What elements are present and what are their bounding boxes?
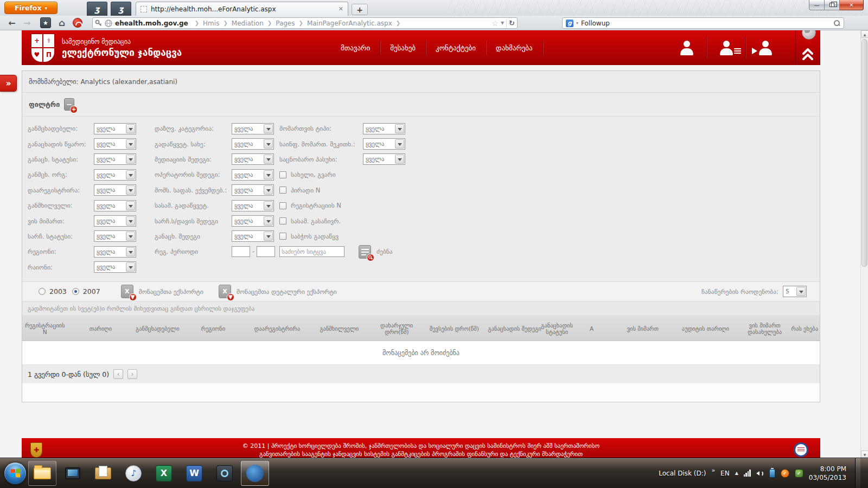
bookmarks-icon[interactable]: ★	[40, 17, 51, 28]
globe-icon[interactable]	[802, 30, 816, 40]
restore-button[interactable]	[825, 0, 840, 10]
logout-icon-button[interactable]	[745, 37, 784, 59]
export-label[interactable]: მონაცემთა ექსპორტი	[139, 288, 203, 296]
url-bar[interactable]: ehealth.moh.gov.ge HmisMediationPagesMai…	[92, 17, 518, 29]
sync-app-icon[interactable]: ✓	[781, 469, 789, 478]
show-desktop-button[interactable]	[855, 458, 860, 488]
filter-select[interactable]: ყველა	[232, 230, 274, 242]
tray-disk-label[interactable]: Local Disk (D:)	[659, 470, 706, 477]
scrollbar-thumb[interactable]	[861, 39, 867, 267]
grid-column-header[interactable]: განმცხადებელი	[133, 316, 181, 341]
filter-collapse-button[interactable]: − +	[64, 98, 74, 111]
filter-add-badge[interactable]: +	[70, 106, 78, 113]
grid-column-header[interactable]: განმხილველი	[309, 316, 369, 341]
keyword-search-input[interactable]	[279, 246, 344, 257]
grid-column-header[interactable]: განაცხადის სტატუსი	[545, 316, 569, 341]
google-icon[interactable]: g	[566, 20, 573, 27]
grid-column-header[interactable]: შევსების დრო(წმ)	[424, 316, 484, 341]
user-list-icon-button[interactable]	[706, 37, 745, 59]
select-arrow-icon[interactable]	[264, 232, 273, 241]
forward-button[interactable]: →	[21, 18, 34, 28]
tray-language[interactable]: EN	[720, 470, 730, 477]
pinned-tab-1[interactable]: ʒ	[87, 2, 107, 16]
breadcrumb-item[interactable]: MainPageForAnalytic.aspx	[295, 20, 392, 27]
select-arrow-icon[interactable]	[126, 232, 135, 241]
filter-select[interactable]: ყველა	[94, 169, 136, 181]
collapse-chevrons-icon[interactable]	[802, 48, 814, 61]
filter-select[interactable]: ყველა	[94, 230, 136, 242]
select-arrow-icon[interactable]	[796, 287, 806, 296]
export-detail-button[interactable]: X ▼ მონაცემთა დეტალური ექსპორტი	[219, 285, 337, 298]
tab-close-icon[interactable]: ✕	[339, 5, 343, 12]
scroll-down-icon[interactable]: ▼	[861, 451, 868, 458]
select-arrow-icon[interactable]	[264, 155, 273, 164]
network-signal-icon[interactable]	[744, 470, 751, 477]
select-arrow-icon[interactable]	[126, 170, 135, 179]
messenger-app-icon[interactable]: ✓	[795, 469, 803, 478]
filter-select[interactable]: ყველა	[232, 153, 274, 165]
filter-select[interactable]: ყველა	[232, 169, 274, 181]
filter-select[interactable]: ყველა	[232, 215, 274, 227]
grid-column-header[interactable]: ვის მიმართ დასახელება	[740, 316, 790, 341]
user-icon-button[interactable]	[667, 37, 706, 59]
filter-select[interactable]: ყველა	[94, 184, 136, 196]
records-count-select[interactable]: 5	[783, 286, 807, 297]
select-arrow-icon[interactable]	[126, 201, 135, 210]
radio-2003[interactable]	[39, 288, 46, 295]
grid-column-header[interactable]: რეგიონი	[181, 316, 245, 341]
radio-2007[interactable]	[72, 288, 79, 295]
filter-select[interactable]: ყველა	[232, 184, 274, 196]
tray-overflow-icon[interactable]: »	[711, 467, 715, 474]
breadcrumb-item[interactable]: Pages	[264, 20, 295, 27]
checkbox[interactable]	[279, 202, 286, 209]
select-arrow-icon[interactable]	[395, 155, 404, 164]
select-arrow-icon[interactable]	[264, 216, 273, 226]
grid-column-header[interactable]: თარიღი	[67, 316, 133, 341]
taskbar-icon-computer[interactable]	[59, 461, 87, 486]
select-arrow-icon[interactable]	[126, 155, 135, 164]
reload-icon[interactable]: ↻	[509, 19, 515, 27]
checkbox[interactable]	[279, 187, 286, 194]
breadcrumb-item[interactable]: Hmis	[191, 20, 220, 27]
grid-column-header[interactable]: რეგისტრაციის N	[22, 316, 67, 341]
filter-select[interactable]: ყველა	[363, 153, 405, 165]
select-arrow-icon[interactable]	[395, 124, 404, 133]
filter-select[interactable]: ყველა	[232, 123, 274, 134]
period-from-input[interactable]	[232, 246, 250, 257]
filter-select[interactable]: ყველა	[363, 138, 405, 150]
grid-column-header[interactable]: ვის მიმართ	[614, 316, 671, 341]
identity-key-icon[interactable]	[95, 20, 102, 27]
scroll-up-icon[interactable]: ▲	[861, 30, 868, 38]
filter-select[interactable]: ყველა	[94, 123, 136, 134]
pinned-tab-2[interactable]: ʒ	[111, 2, 131, 16]
new-tab-button[interactable]: +	[352, 4, 368, 15]
filter-select[interactable]: ყველა	[94, 153, 136, 165]
taskbar-icon-excel[interactable]: X	[150, 461, 178, 486]
battery-icon[interactable]	[769, 469, 775, 478]
home-icon[interactable]: ⌂	[55, 17, 68, 28]
select-arrow-icon[interactable]	[126, 216, 135, 226]
taskbar-icon-documents[interactable]	[89, 461, 117, 486]
active-tab[interactable]: http://ehealth.moh...eForAnalytic.aspx ✕	[136, 2, 348, 16]
pager-next-button[interactable]: ›	[127, 369, 137, 379]
start-button[interactable]	[4, 463, 26, 484]
firefox-menu-button[interactable]: Firefox ▾	[4, 2, 58, 14]
taskbar-icon-firefox[interactable]	[241, 461, 269, 486]
taskbar-icon-word[interactable]: W	[180, 461, 208, 486]
search-magnifier-icon[interactable]	[834, 20, 840, 27]
grid-column-header[interactable]: აუდიტის თარიღი	[671, 316, 739, 341]
page-scrollbar[interactable]: ▲ ▼	[860, 30, 868, 458]
nav-item[interactable]: მთავარი	[331, 41, 380, 55]
select-arrow-icon[interactable]	[264, 139, 273, 149]
filter-select[interactable]: ყველა	[232, 200, 274, 211]
select-arrow-icon[interactable]	[126, 124, 135, 133]
grid-column-header[interactable]: დახარჯული დრო(წმ)	[369, 316, 424, 341]
checkbox[interactable]	[279, 233, 286, 240]
minimize-button[interactable]: —	[809, 0, 825, 10]
search-input[interactable]: Followup	[581, 20, 831, 27]
pager-prev-button[interactable]: ‹	[113, 369, 123, 379]
taskbar-clock[interactable]: 8:00 PM 03/05/2013	[809, 465, 846, 482]
period-to-input[interactable]	[257, 246, 275, 257]
checkbox[interactable]	[279, 217, 286, 224]
select-arrow-icon[interactable]	[126, 262, 135, 272]
